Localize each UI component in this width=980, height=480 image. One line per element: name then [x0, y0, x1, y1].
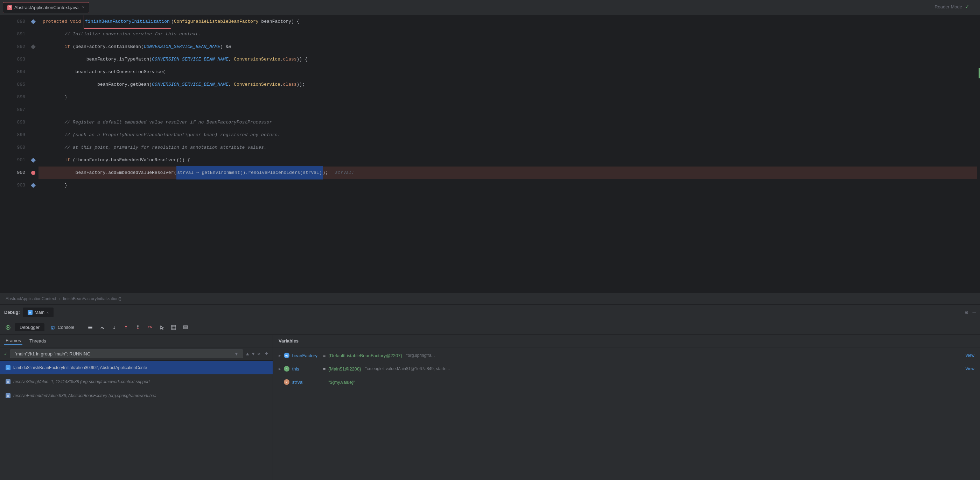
- var-item-beanFactory: ▶ oo beanFactory = {DefaultListableBeanF…: [273, 349, 980, 362]
- svg-marker-11: [113, 328, 115, 329]
- breadcrumb: AbstractApplicationContext › finishBeanF…: [0, 292, 980, 304]
- code-line-901: if (!beanFactory.hasEmbeddedValueResolve…: [38, 154, 977, 167]
- var-value-beanFactory: {DefaultListableBeanFactory@2207}: [328, 353, 402, 358]
- editor-area: J AbstractApplicationContext.java × Read…: [0, 0, 980, 304]
- right-gutter: [977, 15, 980, 292]
- stack-frame-0[interactable]: λ lambda$finishBeanFactoryInitialization…: [0, 361, 273, 375]
- svg-marker-13: [125, 325, 127, 327]
- code-line-899: // (such as a PropertySourcesPlaceholder…: [38, 129, 977, 141]
- code-line-902: beanFactory.addEmbeddedValueResolver(str…: [38, 167, 977, 179]
- debug-section-header: Frames Threads: [0, 335, 273, 347]
- var-view-this[interactable]: View: [965, 366, 974, 371]
- thread-name: "main"@1 in group "main": RUNNING: [14, 351, 90, 356]
- tab-bar: J AbstractApplicationContext.java × Read…: [0, 0, 980, 15]
- var-value-this: {Main$1@2208}: [328, 366, 361, 372]
- stack-frame-text-2: resolveEmbeddedValue:936, AbstractBeanFa…: [13, 393, 156, 398]
- method-name-highlight: finishBeanFactoryInitialization: [84, 15, 171, 29]
- run-to-cursor-button[interactable]: [133, 322, 143, 333]
- step-out-button[interactable]: [121, 322, 131, 333]
- var-name-beanFactory: beanFactory: [292, 353, 320, 358]
- var-type-beanFactory: "org.springfra...: [406, 353, 435, 358]
- svg-marker-15: [137, 328, 139, 329]
- debug-minimize-icon[interactable]: —: [972, 309, 976, 316]
- thread-up-btn[interactable]: ▲: [246, 351, 249, 357]
- stack-frame-1[interactable]: ≡ resolveStringValue:-1, 1241480588 (org…: [0, 375, 273, 389]
- frame-icon-2: ≡: [6, 393, 11, 398]
- stack-frames-list: λ lambda$finishBeanFactoryInitialization…: [0, 361, 273, 480]
- var-type-this: "cn.eagleli.value.Main$1@1e67a849, start…: [365, 366, 450, 371]
- debug-tab-close-btn[interactable]: ×: [46, 310, 49, 315]
- reload-button[interactable]: [145, 322, 155, 333]
- svg-rect-6: [88, 326, 92, 326]
- frame-icon-1: ≡: [6, 379, 11, 384]
- code-area: 890 891 892 893 894 895 896 897 898 899 …: [0, 15, 980, 292]
- svg-marker-17: [150, 326, 152, 328]
- breadcrumb-class: AbstractApplicationContext: [6, 296, 56, 301]
- debug-right-panel: Variables ▶ oo beanFactory = {DefaultLis…: [273, 335, 980, 480]
- svg-rect-19: [172, 325, 176, 329]
- code-line-897: [38, 103, 977, 116]
- lambda-selected-text: strVal → getEnvironment().resolvePlaceho…: [177, 166, 322, 180]
- cursor-button[interactable]: [156, 322, 167, 333]
- thread-dropdown[interactable]: "main"@1 in group "main": RUNNING ▼: [10, 350, 243, 358]
- thread-add-btn[interactable]: +: [265, 351, 269, 358]
- var-value-strVal: "${my.value}": [328, 380, 355, 385]
- gutter-893: [28, 53, 38, 66]
- hint-text: strVal:: [335, 167, 354, 179]
- svg-text:≡: ≡: [7, 381, 9, 384]
- thread-check-icon: ✓: [4, 351, 7, 357]
- code-line-892: if (beanFactory.containsBean(CONVERSION_…: [38, 41, 977, 53]
- gutter-901: [28, 154, 38, 167]
- svg-text:≡: ≡: [7, 395, 9, 398]
- breadcrumb-arrow: ›: [59, 296, 60, 301]
- list-view-button[interactable]: [180, 322, 191, 333]
- debug-left-panel: Frames Threads ✓ "main"@1 in group "main…: [0, 335, 273, 480]
- frames-tab[interactable]: Frames: [4, 337, 22, 345]
- var-view-beanFactory[interactable]: View: [965, 353, 974, 358]
- console-tab[interactable]: ▶ Console: [46, 323, 79, 331]
- file-tab[interactable]: J AbstractApplicationContext.java ×: [3, 2, 89, 13]
- var-expand-beanFactory[interactable]: ▶: [278, 353, 281, 358]
- var-expand-this[interactable]: ▶: [278, 367, 281, 371]
- gutter: [28, 15, 38, 292]
- debug-toolbar: Debugger ▶ Console: [0, 320, 980, 335]
- code-lines: protected void finishBeanFactoryInitiali…: [38, 15, 977, 292]
- svg-rect-7: [88, 327, 92, 328]
- resume-button[interactable]: [3, 322, 13, 333]
- threads-tab[interactable]: Threads: [28, 338, 48, 344]
- var-item-strVal: ▶ p strVal = "${my.value}": [273, 375, 980, 389]
- svg-point-16: [137, 325, 138, 327]
- debug-tab-icon: M: [28, 310, 33, 315]
- debugger-tab[interactable]: Debugger: [15, 323, 45, 331]
- gutter-894: [28, 66, 38, 78]
- gutter-902: [28, 167, 38, 179]
- file-tab-close[interactable]: ×: [82, 5, 85, 10]
- var-name-this: this: [292, 366, 320, 372]
- svg-rect-23: [183, 326, 188, 327]
- code-line-898: // Register a default embedded value res…: [38, 116, 977, 129]
- code-line-895: beanFactory.getBean(CONVERSION_SERVICE_B…: [38, 78, 977, 91]
- table-view-button[interactable]: [169, 322, 179, 333]
- gutter-897: [28, 103, 38, 116]
- code-line-894: beanFactory.setConversionService(: [38, 66, 977, 78]
- reader-mode-label: Reader Mode: [934, 4, 962, 10]
- thread-controls: ✓ "main"@1 in group "main": RUNNING ▼ ▲ …: [0, 347, 273, 361]
- lambda-icon: λ: [6, 365, 11, 370]
- line-numbers: 890 891 892 893 894 895 896 897 898 899 …: [0, 15, 28, 292]
- step-over-button[interactable]: [97, 322, 107, 333]
- svg-text:λ: λ: [7, 366, 9, 370]
- var-item-this: ▶ ≡ this = {Main$1@2208} "cn.eagleli.val…: [273, 362, 980, 375]
- debug-main-tab[interactable]: M Main ×: [23, 308, 54, 317]
- thread-down-btn[interactable]: ▼: [251, 351, 255, 357]
- file-tab-label: AbstractApplicationContext.java: [14, 5, 79, 10]
- toolbar-separator-1: [82, 324, 82, 331]
- stack-frame-2[interactable]: ≡ resolveEmbeddedValue:936, AbstractBean…: [0, 389, 273, 403]
- step-into-button[interactable]: [109, 322, 119, 333]
- var-icon-this: ≡: [284, 366, 290, 372]
- gutter-903: [28, 179, 38, 192]
- all-frames-button[interactable]: [85, 322, 95, 333]
- debug-settings-icon[interactable]: ⚙: [965, 309, 969, 316]
- var-equals-beanFactory: =: [323, 353, 326, 358]
- debug-tab-bar: Debug: M Main × ⚙ —: [0, 305, 980, 320]
- thread-filter-btn[interactable]: ⊳: [258, 351, 260, 357]
